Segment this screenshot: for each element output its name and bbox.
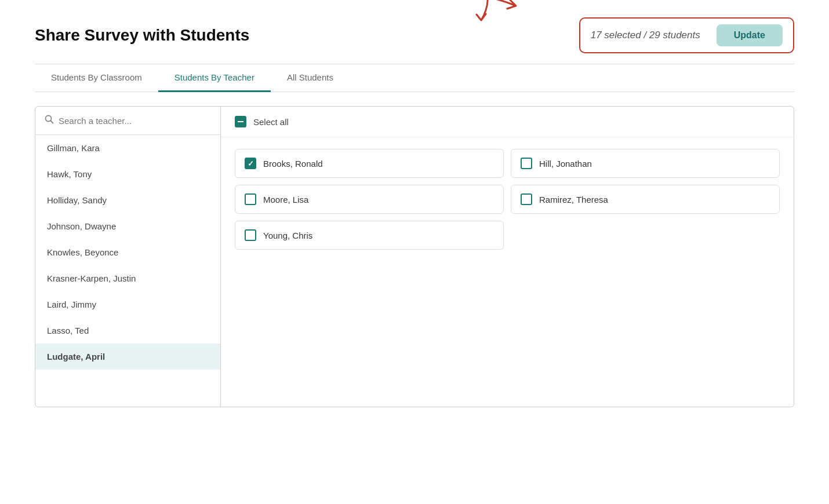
student-card[interactable]: Young, Chris (235, 221, 504, 250)
teacher-item[interactable]: Knowles, Beyonce (35, 239, 220, 265)
student-checkbox-ramirez[interactable] (521, 193, 532, 205)
tabs-row: Students By Classroom Students By Teache… (35, 64, 794, 92)
search-input[interactable] (59, 116, 211, 126)
search-box (35, 107, 220, 135)
select-all-label: Select all (253, 117, 289, 127)
student-name: Hill, Jonathan (539, 159, 592, 169)
svg-line-1 (51, 121, 53, 123)
student-checkbox-moore[interactable] (245, 193, 256, 205)
teacher-list: Gillman, Kara Hawk, Tony Holliday, Sandy… (35, 135, 220, 407)
teacher-list-panel: Gillman, Kara Hawk, Tony Holliday, Sandy… (35, 107, 221, 407)
tab-all-students[interactable]: All Students (271, 64, 350, 92)
tab-by-teacher[interactable]: Students By Teacher (158, 64, 271, 92)
student-card[interactable]: Hill, Jonathan (511, 149, 780, 178)
update-panel: 17 selected / 29 students Update (579, 17, 794, 53)
teacher-item-selected[interactable]: Ludgate, April (35, 344, 220, 370)
teacher-item[interactable]: Holliday, Sandy (35, 187, 220, 213)
teacher-item[interactable]: Hawk, Tony (35, 161, 220, 187)
student-card[interactable]: Brooks, Ronald (235, 149, 504, 178)
student-card[interactable]: Moore, Lisa (235, 185, 504, 214)
students-panel: Select all Brooks, Ronald Hill, Jonathan… (221, 107, 794, 407)
student-name: Ramirez, Theresa (539, 195, 608, 204)
student-name: Young, Chris (263, 231, 312, 240)
search-icon (45, 115, 54, 126)
student-checkbox-young[interactable] (245, 229, 256, 241)
select-all-checkbox[interactable] (235, 116, 246, 127)
student-checkbox-hill[interactable] (521, 158, 532, 169)
teacher-item[interactable]: Johnson, Dwayne (35, 213, 220, 239)
arrow-decoration (435, 0, 551, 35)
teacher-item[interactable]: Gillman, Kara (35, 135, 220, 161)
select-all-row[interactable]: Select all (221, 107, 794, 137)
student-name: Moore, Lisa (263, 195, 308, 204)
main-panel: Gillman, Kara Hawk, Tony Holliday, Sandy… (35, 106, 794, 407)
student-checkbox-brooks[interactable] (245, 158, 256, 169)
students-grid: Brooks, Ronald Hill, Jonathan Moore, Lis… (221, 137, 794, 261)
student-card[interactable]: Ramirez, Theresa (511, 185, 780, 214)
teacher-item[interactable]: Laird, Jimmy (35, 291, 220, 317)
update-button[interactable]: Update (717, 24, 783, 46)
teacher-item[interactable]: Krasner-Karpen, Justin (35, 265, 220, 291)
tab-by-classroom[interactable]: Students By Classroom (35, 64, 158, 92)
student-name: Brooks, Ronald (263, 159, 323, 169)
teacher-item[interactable]: Lasso, Ted (35, 317, 220, 344)
page-title: Share Survey with Students (35, 26, 249, 45)
selected-count: 17 selected / 29 students (591, 30, 700, 41)
